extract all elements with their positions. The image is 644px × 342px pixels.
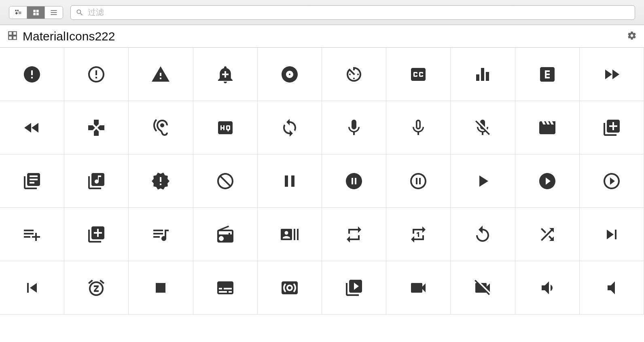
library-add-icon: [602, 118, 621, 137]
icon-cell-av-timer[interactable]: [322, 48, 386, 101]
view-list-button[interactable]: [45, 6, 63, 19]
outline-view-icon: [14, 8, 22, 17]
icon-cell-play-circle-outline[interactable]: [580, 154, 644, 208]
icon-cell-playlist-add[interactable]: [0, 208, 64, 261]
fast-forward-icon: [602, 65, 621, 84]
games-icon: [87, 118, 106, 137]
queue-music-icon: [151, 225, 170, 244]
grid-view-icon: [32, 8, 40, 17]
explicit-icon: [538, 65, 557, 84]
icon-cell-fast-forward[interactable]: [580, 48, 644, 101]
mic-icon: [344, 118, 364, 137]
icon-cell-new-releases[interactable]: [129, 154, 193, 208]
error-outline-icon: [87, 65, 106, 84]
icon-cell-mic-none[interactable]: [386, 101, 451, 154]
fast-rewind-icon: [22, 118, 42, 137]
icon-cell-warning[interactable]: [129, 48, 193, 101]
view-outline-button[interactable]: [9, 6, 27, 19]
icon-cell-fast-rewind[interactable]: [0, 101, 64, 154]
loop-icon: [280, 118, 299, 137]
queue-icon: [87, 225, 106, 244]
icon-cell-library-music[interactable]: [64, 154, 129, 208]
icon-cell-hearing[interactable]: [129, 101, 193, 154]
closed-caption-icon: [409, 65, 428, 84]
play-arrow-icon: [473, 171, 492, 191]
icon-cell-pause-circle-filled[interactable]: [322, 154, 386, 208]
icon-cell-closed-caption[interactable]: [386, 48, 451, 101]
repeat-icon: [344, 225, 364, 244]
play-circle-outline-icon: [602, 171, 621, 191]
icon-cell-video-library[interactable]: [322, 261, 386, 315]
icon-cell-library-books[interactable]: [0, 154, 64, 208]
av-timer-icon: [344, 65, 364, 84]
icon-cell-explicit[interactable]: [515, 48, 580, 101]
icon-cell-repeat-one[interactable]: [386, 208, 451, 261]
mic-none-icon: [409, 118, 428, 137]
repeat-one-icon: [409, 225, 428, 244]
icon-cell-add-alert[interactable]: [193, 48, 258, 101]
icon-cell-skip-previous[interactable]: [0, 261, 64, 315]
icon-cell-volume-down[interactable]: [515, 261, 580, 315]
icon-grid: [0, 48, 644, 315]
list-view-icon: [50, 8, 58, 17]
icon-cell-equalizer[interactable]: [451, 48, 515, 101]
icon-cell-shuffle[interactable]: [515, 208, 580, 261]
icon-cell-queue[interactable]: [64, 208, 129, 261]
icon-cell-pause-circle-outline[interactable]: [386, 154, 451, 208]
hearing-icon: [151, 118, 170, 137]
icon-cell-high-quality[interactable]: [193, 101, 258, 154]
gear-icon[interactable]: [627, 31, 637, 42]
icon-cell-videocam-off[interactable]: [451, 261, 515, 315]
videocam-icon: [409, 278, 428, 298]
icon-cell-play-arrow[interactable]: [451, 154, 515, 208]
snooze-icon: [87, 278, 106, 298]
subtitles-icon: [216, 278, 235, 298]
play-circle-filled-icon: [538, 171, 557, 191]
icon-cell-mic[interactable]: [322, 101, 386, 154]
album-icon: [280, 65, 299, 84]
icon-cell-error-filled[interactable]: [0, 48, 64, 101]
icon-cell-videocam[interactable]: [386, 261, 451, 315]
skip-next-icon: [602, 225, 621, 244]
error-filled-icon: [22, 65, 42, 84]
icon-cell-queue-music[interactable]: [129, 208, 193, 261]
recent-actors-icon: [280, 225, 299, 244]
icon-cell-play-circle-filled[interactable]: [515, 154, 580, 208]
filter-input[interactable]: [88, 8, 630, 17]
icon-cell-volume-mute[interactable]: [580, 261, 644, 315]
volume-mute-icon: [602, 278, 621, 298]
warning-icon: [151, 65, 170, 84]
icon-cell-pause[interactable]: [258, 154, 322, 208]
page-title: MaterialIcons222: [23, 30, 115, 43]
icon-cell-surround-sound[interactable]: [258, 261, 322, 315]
new-releases-icon: [151, 171, 170, 191]
icon-cell-not-interested[interactable]: [193, 154, 258, 208]
library-books-icon: [22, 171, 42, 191]
equalizer-icon: [473, 65, 492, 84]
video-library-icon: [344, 278, 364, 298]
view-grid-button[interactable]: [27, 6, 45, 19]
icon-cell-library-add[interactable]: [580, 101, 644, 154]
icon-cell-stop[interactable]: [129, 261, 193, 315]
library-music-icon: [87, 171, 106, 191]
icon-cell-skip-next[interactable]: [580, 208, 644, 261]
search-icon: [76, 8, 84, 17]
icon-cell-snooze[interactable]: [64, 261, 129, 315]
surround-sound-icon: [280, 278, 299, 298]
skip-previous-icon: [22, 278, 42, 298]
icon-cell-album[interactable]: [258, 48, 322, 101]
icon-cell-replay[interactable]: [451, 208, 515, 261]
icon-cell-subtitles[interactable]: [193, 261, 258, 315]
icon-cell-error-outline[interactable]: [64, 48, 129, 101]
icon-cell-games[interactable]: [64, 101, 129, 154]
icon-cell-repeat[interactable]: [322, 208, 386, 261]
icon-cell-recent-actors[interactable]: [258, 208, 322, 261]
icon-cell-mic-off[interactable]: [451, 101, 515, 154]
icon-cell-loop[interactable]: [258, 101, 322, 154]
icon-cell-radio[interactable]: [193, 208, 258, 261]
toolbar: [0, 0, 644, 25]
icon-cell-movie[interactable]: [515, 101, 580, 154]
pause-icon: [280, 171, 299, 191]
high-quality-icon: [216, 118, 235, 137]
view-mode-segmented: [9, 6, 63, 19]
